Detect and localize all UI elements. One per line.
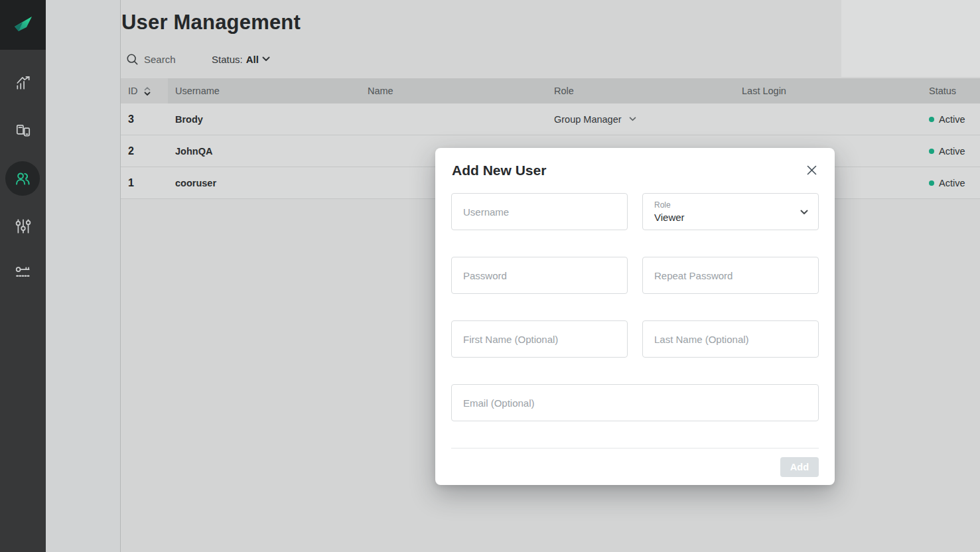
status-dot (929, 180, 934, 186)
role-select[interactable]: Role Viewer (642, 193, 819, 230)
logo-icon (10, 12, 36, 38)
devices-icon (15, 122, 32, 139)
repeat-password-field[interactable] (642, 257, 819, 294)
cell-username: cooruser (168, 178, 360, 188)
table-header-row: ID Username Name Role Last Login Status (121, 78, 980, 104)
status-label: Active (939, 146, 965, 157)
column-header-last-login: Last Login (735, 78, 922, 104)
status-filter[interactable]: Status: All (212, 54, 270, 65)
sidebar-item-settings[interactable] (0, 209, 46, 243)
app-logo[interactable] (0, 0, 46, 50)
status-dot (929, 149, 934, 154)
sidebar-item-devices[interactable] (0, 113, 46, 148)
modal-title: Add New User (452, 163, 546, 178)
column-header-id[interactable]: ID (121, 78, 168, 104)
column-header-status: Status (922, 78, 980, 104)
cell-username: Brody (168, 114, 360, 125)
cell-id: 3 (121, 113, 168, 125)
role-dropdown[interactable]: Group Manager (554, 114, 636, 125)
secondary-rail (46, 0, 121, 552)
column-header-username: Username (168, 78, 360, 104)
page-title: User Management (121, 11, 301, 34)
cell-id: 2 (121, 145, 168, 157)
status-filter-value: All (246, 54, 259, 65)
chevron-down-icon (800, 210, 808, 215)
sliders-icon (15, 218, 32, 235)
search-box[interactable] (126, 53, 204, 66)
modal-close-button[interactable] (804, 163, 819, 177)
top-right-panel-sheen (841, 0, 980, 77)
password-field[interactable] (451, 257, 628, 294)
cell-id: 1 (121, 177, 168, 189)
cell-status: Active (922, 114, 980, 125)
status-dot (929, 117, 934, 122)
search-icon (126, 53, 139, 66)
column-header-role: Role (547, 78, 735, 104)
role-select-value: Viewer (654, 212, 807, 223)
sidebar-item-analytics[interactable] (0, 66, 46, 100)
cell-username: JohnQA (168, 146, 360, 157)
modal-footer-divider (451, 448, 819, 448)
analytics-icon (15, 74, 32, 92)
sidebar-item-license-keys[interactable] (0, 255, 46, 290)
add-button[interactable]: Add (780, 457, 819, 477)
sort-icon (144, 87, 151, 96)
chevron-down-icon (629, 117, 636, 121)
cell-status: Active (922, 146, 980, 157)
email-field[interactable] (451, 384, 819, 421)
search-input[interactable] (144, 54, 204, 65)
username-field[interactable] (451, 193, 628, 230)
table-row: 3 Brody Group Manager Active (121, 104, 980, 135)
close-icon (807, 165, 817, 175)
last-name-field[interactable] (642, 320, 819, 358)
users-icon (13, 169, 32, 188)
chevron-down-icon (262, 56, 270, 62)
first-name-field[interactable] (451, 320, 628, 358)
sidebar-item-users[interactable] (5, 161, 40, 196)
toolbar: Status: All (126, 51, 270, 67)
sidebar (0, 0, 46, 552)
status-label: Active (939, 114, 965, 125)
key-icon (15, 264, 32, 281)
status-label: Active (939, 178, 965, 188)
role-select-label: Role (654, 200, 807, 210)
status-filter-label: Status: (212, 54, 243, 65)
add-user-modal: Add New User Role Viewer Add (435, 148, 835, 485)
cell-status: Active (922, 178, 980, 188)
column-header-name: Name (360, 78, 547, 104)
